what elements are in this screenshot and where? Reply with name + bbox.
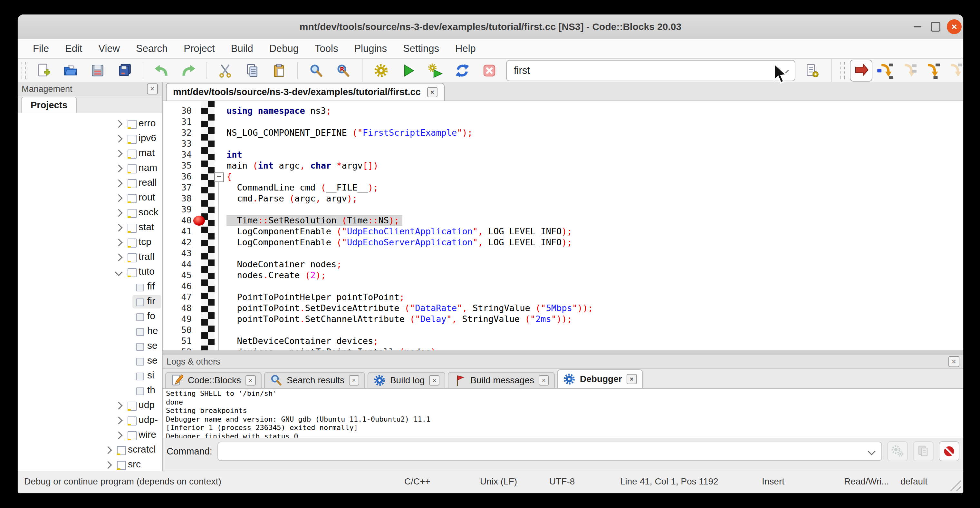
tree-item-udp[interactable]: udp	[18, 398, 162, 413]
tree-item-th[interactable]: th	[18, 383, 162, 398]
chevron-right-icon[interactable]	[115, 401, 123, 409]
tree-item-nam[interactable]: nam	[18, 161, 162, 176]
paste-button[interactable]	[271, 62, 288, 79]
minimize-button[interactable]	[908, 14, 926, 39]
undo-button[interactable]	[153, 62, 170, 79]
tree-item-udp-[interactable]: udp-	[18, 413, 162, 428]
chevron-right-icon[interactable]	[104, 446, 112, 454]
toolbar-grip[interactable]	[22, 62, 26, 79]
code-line-35[interactable]: 35main (int argc, char *argv[])	[163, 160, 963, 171]
menu-search[interactable]: Search	[128, 43, 176, 54]
save-all-button[interactable]	[116, 62, 133, 79]
menu-file[interactable]: File	[25, 43, 57, 54]
code-line-34[interactable]: 34int	[163, 149, 963, 160]
tab-projects[interactable]: Projects	[21, 97, 77, 113]
code-area[interactable]: 30using namespace ns3;3132NS_LOG_COMPONE…	[163, 101, 963, 350]
code-line-33[interactable]: 33	[163, 138, 963, 149]
code-line-36[interactable]: 36−{	[163, 171, 963, 182]
code-line-32[interactable]: 32NS_LOG_COMPONENT_DEFINE ("FirstScriptE…	[163, 127, 963, 138]
chevron-down-icon[interactable]	[115, 268, 123, 276]
step-out-button[interactable]	[944, 60, 963, 81]
debugger-output[interactable]: Setting SHELL to '/bin/sh'doneSetting br…	[163, 389, 963, 438]
code-line-30[interactable]: 30using namespace ns3;	[163, 105, 963, 116]
tree-item-fir[interactable]: fir	[18, 294, 162, 309]
breakpoint-marker[interactable]	[193, 216, 205, 226]
tree-item-se[interactable]: se	[18, 339, 162, 354]
chevron-right-icon[interactable]	[104, 461, 112, 469]
code-line-38[interactable]: 38 cmd.Parse (argc, argv);	[163, 193, 963, 204]
tree-item-scratcl[interactable]: scratcl	[18, 443, 162, 457]
tree-item-stat[interactable]: stat	[18, 220, 162, 235]
save-button[interactable]	[89, 62, 106, 79]
debug-continue-button[interactable]	[850, 60, 872, 81]
tab-code-blocks[interactable]: Code::Blocks×	[165, 372, 262, 388]
code-line-48[interactable]: 48 pointToPoint.SetDeviceAttribute ("Dat…	[163, 303, 963, 314]
cut-button[interactable]	[217, 62, 234, 79]
tab-close-button[interactable]: ×	[627, 374, 637, 384]
target-options-button[interactable]	[804, 62, 821, 79]
tree-item-si[interactable]: si	[18, 368, 162, 383]
rebuild-button[interactable]	[454, 62, 471, 79]
build-and-run-button[interactable]	[427, 62, 444, 79]
open-file-button[interactable]	[62, 62, 79, 79]
tab-build-log[interactable]: Build log×	[368, 372, 445, 388]
fold-marker[interactable]: −	[214, 172, 224, 182]
code-line-45[interactable]: 45 nodes.Create (2);	[163, 270, 963, 281]
tab-close-button[interactable]: ×	[245, 375, 256, 385]
command-input[interactable]	[218, 442, 882, 461]
chevron-right-icon[interactable]	[115, 209, 123, 217]
logs-close-button[interactable]: ×	[948, 356, 959, 367]
build-button[interactable]	[373, 62, 390, 79]
run-button[interactable]	[400, 62, 417, 79]
code-line-42[interactable]: 42 LogComponentEnable ("UdpEchoServerApp…	[163, 237, 963, 248]
menu-build[interactable]: Build	[223, 43, 261, 54]
build-target-combobox[interactable]: first	[506, 60, 795, 81]
chevron-right-icon[interactable]	[115, 135, 123, 142]
code-line-46[interactable]: 46	[163, 281, 963, 292]
menu-debug[interactable]: Debug	[261, 43, 307, 54]
chevron-right-icon[interactable]	[115, 164, 123, 172]
copy-log-button[interactable]	[913, 441, 934, 461]
tree-item-mat[interactable]: mat	[18, 146, 162, 161]
tree-item-tcp[interactable]: tcp	[18, 235, 162, 250]
code-line-31[interactable]: 31	[163, 116, 963, 127]
code-line-43[interactable]: 43	[163, 248, 963, 259]
stop-debugger-button[interactable]	[939, 441, 959, 461]
menu-project[interactable]: Project	[176, 43, 223, 54]
editor-tab-close-button[interactable]: ×	[427, 87, 438, 97]
menu-help[interactable]: Help	[447, 43, 484, 54]
chevron-right-icon[interactable]	[115, 194, 123, 202]
run-to-cursor-button[interactable]	[874, 60, 896, 81]
maximize-button[interactable]	[926, 14, 945, 39]
tree-item-tuto[interactable]: tuto	[18, 264, 162, 279]
tree-item-ipv6[interactable]: ipv6	[18, 131, 162, 146]
menu-settings[interactable]: Settings	[395, 43, 447, 54]
resize-grip[interactable]	[947, 476, 961, 491]
tree-item-se[interactable]: se	[18, 354, 162, 368]
tree-item-fif[interactable]: fif	[18, 279, 162, 294]
chevron-right-icon[interactable]	[115, 431, 123, 439]
next-line-button[interactable]	[897, 60, 919, 81]
code-line-47[interactable]: 47 PointToPointHelper pointToPoint;	[163, 292, 963, 303]
tab-build-messages[interactable]: Build messages×	[448, 372, 555, 388]
tab-debugger[interactable]: Debugger×	[557, 369, 643, 388]
tree-item-fo[interactable]: fo	[18, 309, 162, 324]
tree-item-he[interactable]: he	[18, 324, 162, 339]
code-line-49[interactable]: 49 pointToPoint.SetChannelAttribute ("De…	[163, 314, 963, 325]
replace-button[interactable]: R	[335, 62, 352, 79]
chevron-right-icon[interactable]	[115, 179, 123, 187]
chevron-right-icon[interactable]	[115, 239, 123, 246]
menu-view[interactable]: View	[90, 43, 128, 54]
menu-edit[interactable]: Edit	[57, 43, 90, 54]
tab-search-results[interactable]: Search results×	[264, 372, 365, 388]
tree-item-trafl[interactable]: trafl	[18, 250, 162, 264]
close-button[interactable]: ×	[945, 14, 963, 39]
chevron-right-icon[interactable]	[115, 224, 123, 231]
debug-tools-button[interactable]	[887, 441, 908, 461]
chevron-right-icon[interactable]	[115, 253, 123, 261]
code-line-37[interactable]: 37 CommandLine cmd (__FILE__);	[163, 182, 963, 193]
menu-tools[interactable]: Tools	[307, 43, 346, 54]
code-line-50[interactable]: 50	[163, 325, 963, 336]
tab-close-button[interactable]: ×	[349, 375, 359, 385]
code-line-40[interactable]: 40 Time::SetResolution (Time::NS);	[163, 215, 963, 226]
